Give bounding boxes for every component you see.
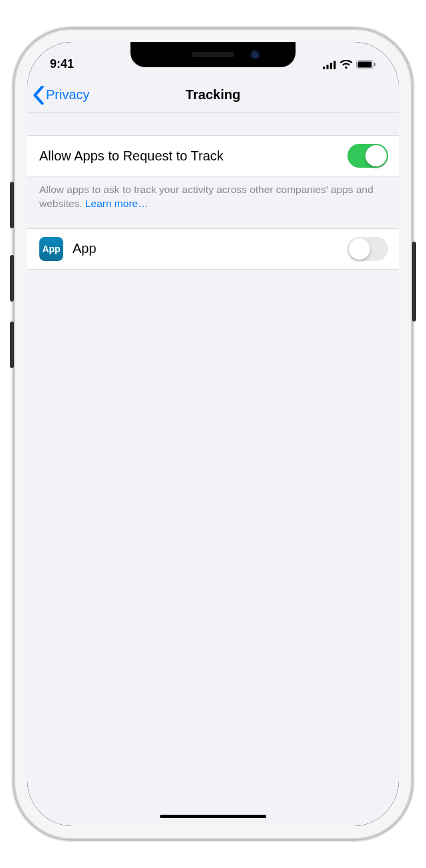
phone-frame: 9:41 Privacy Tracking Allow Apps to Requ… (14, 29, 412, 839)
svg-rect-6 (374, 63, 375, 67)
app-row: App App (27, 228, 399, 270)
app-icon: App (39, 237, 63, 261)
screen: 9:41 Privacy Tracking Allow Apps to Requ… (27, 42, 399, 826)
nav-bar: Privacy Tracking (27, 78, 399, 112)
speaker-grille (192, 52, 234, 57)
app-tracking-toggle[interactable] (347, 237, 388, 261)
content: Allow Apps to Request to Track Allow app… (27, 112, 399, 270)
battery-icon (356, 60, 376, 69)
svg-rect-5 (358, 62, 372, 68)
allow-tracking-row: Allow Apps to Request to Track (27, 135, 399, 176)
svg-rect-2 (330, 63, 332, 69)
notch (130, 42, 296, 67)
allow-tracking-footer: Allow apps to ask to track your activity… (27, 176, 399, 211)
back-button[interactable]: Privacy (33, 86, 90, 105)
allow-tracking-toggle[interactable] (347, 144, 388, 168)
status-time: 9:41 (50, 57, 74, 71)
page-title: Tracking (186, 87, 240, 103)
chevron-left-icon (33, 86, 45, 105)
learn-more-link[interactable]: Learn more… (85, 198, 148, 209)
svg-rect-3 (333, 61, 335, 69)
status-icons (323, 59, 376, 69)
app-name-label: App (73, 241, 97, 256)
back-label: Privacy (46, 87, 90, 103)
svg-rect-1 (326, 65, 328, 69)
wifi-icon (339, 60, 353, 69)
home-indicator[interactable] (160, 815, 266, 818)
allow-tracking-label: Allow Apps to Request to Track (39, 148, 224, 164)
cellular-icon (323, 61, 336, 69)
svg-rect-0 (323, 67, 325, 69)
front-camera (250, 50, 260, 59)
